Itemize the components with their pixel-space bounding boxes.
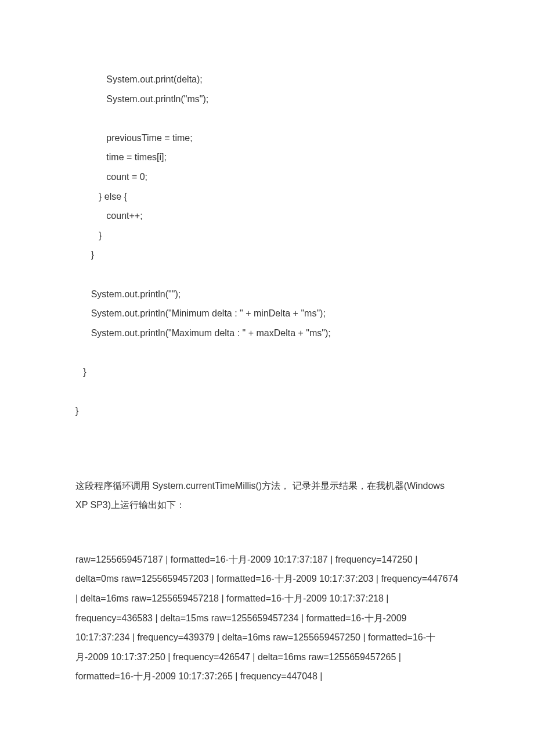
document-page: System.out.print(delta); System.out.prin… <box>0 0 534 756</box>
explanation-paragraph: 这段程序循环调用 System.currentTimeMillis()方法， 记… <box>75 476 459 515</box>
output-block: raw=1255659457187 | formatted=16-十月-2009… <box>75 550 459 686</box>
code-block: System.out.print(delta); System.out.prin… <box>75 70 459 421</box>
